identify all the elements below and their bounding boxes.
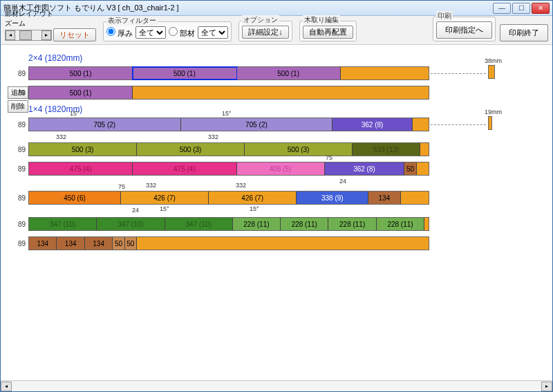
board[interactable]: 450 (6) 426 (7) 426 (7) 338 (9) 134 (28, 191, 429, 205)
horizontal-scrollbar[interactable]: ◂ ▸ (1, 380, 552, 391)
scroll-track[interactable] (12, 382, 541, 391)
segment[interactable]: 134 (29, 237, 57, 250)
board[interactable]: 705 (2) 705 (2) 362 (8) (28, 118, 429, 131)
segment[interactable]: 338 (9) (297, 192, 368, 204)
length-dim: 332 (208, 133, 218, 140)
segment-waste[interactable] (424, 218, 429, 230)
board-row: 89 705 (2) 705 (2) 362 (8) 15° 15° 332 3… (8, 117, 545, 132)
board[interactable]: 347 (10) 347 (10) 347 (10) 228 (11) 228 … (28, 217, 429, 231)
kidori-group-label: 木取り編集 (303, 15, 340, 25)
length-dim: 332 (236, 182, 246, 189)
board[interactable]: 500 (1) (28, 86, 429, 100)
option-group: オプション 詳細設定↓ (238, 21, 292, 41)
segment[interactable]: 347 (10) (29, 218, 97, 230)
detail-settings-button[interactable]: 詳細設定↓ (242, 26, 289, 39)
segment[interactable]: 228 (11) (377, 218, 424, 230)
member-radio[interactable]: 部材 (169, 27, 195, 39)
length-dim: 75 (326, 154, 332, 161)
zoom-left-arrow-icon[interactable]: ◂ (6, 30, 15, 40)
angle-dim: 15° (70, 110, 79, 117)
segment[interactable]: 705 (2) (29, 118, 181, 131)
layout-label: 部材レイアウト (5, 9, 96, 19)
scroll-left-arrow-icon[interactable]: ◂ (1, 382, 12, 391)
close-button[interactable]: ✕ (532, 3, 550, 14)
auto-rearrange-button[interactable]: 自動再配置 (303, 26, 353, 39)
segment[interactable]: 705 (2) (181, 118, 333, 131)
print-spec-button[interactable]: 印刷指定へ (436, 21, 492, 39)
segment[interactable]: 406 (5) (237, 162, 325, 175)
segment[interactable]: 347 (10) (165, 218, 233, 230)
segment[interactable]: 475 (4) (133, 162, 236, 175)
segment[interactable]: 500 (3) (245, 143, 353, 156)
segment-waste[interactable] (341, 67, 429, 80)
filter-group: 表示フィルター 厚み 全て 部材 全て (103, 21, 232, 41)
segment[interactable]: 500 (1) (237, 67, 341, 80)
reset-button[interactable]: リセット (53, 28, 96, 41)
segment[interactable]: 475 (4) (29, 162, 133, 175)
length-dim: 332 (146, 182, 156, 189)
segment[interactable]: 426 (7) (121, 192, 209, 204)
segment[interactable]: 362 (8) (325, 162, 405, 175)
thickness-radio[interactable]: 厚み (106, 27, 133, 39)
board-row: 89 134 134 134 50 50 (8, 236, 545, 251)
segment[interactable]: 533 (13) (353, 143, 420, 156)
segment[interactable]: 134 (368, 192, 400, 204)
segment[interactable]: 450 (6) (29, 192, 121, 204)
segment[interactable]: 50 (404, 162, 416, 175)
segment[interactable]: 500 (1) (29, 67, 133, 80)
length-dim: 75 (118, 183, 125, 190)
segment-waste[interactable] (133, 86, 429, 99)
row-width-label: 89 (8, 221, 28, 228)
segment-selected[interactable]: 500 (1) (133, 67, 236, 80)
section-title-2x4: 2×4 (1820mm) (28, 53, 545, 63)
main-canvas[interactable]: 追加 削除 2×4 (1820mm) 89 500 (1) 500 (1) 50… (1, 45, 552, 380)
board[interactable]: 500 (3) 500 (3) 500 (3) 533 (13) (28, 142, 429, 156)
scroll-right-arrow-icon[interactable]: ▸ (541, 382, 552, 391)
offcut[interactable] (488, 116, 492, 130)
board[interactable]: 134 134 134 50 50 (28, 236, 429, 250)
angle-dim: 15° (160, 205, 169, 212)
board-row: 89 500 (3) 500 (3) 500 (3) 533 (13) (8, 142, 545, 157)
board[interactable]: 475 (4) 475 (4) 406 (5) 362 (8) 50 (28, 162, 429, 176)
length-dim: 332 (56, 133, 66, 140)
segment-waste[interactable] (420, 143, 429, 156)
segment[interactable]: 50 (125, 237, 137, 250)
print-group-label: 印刷 (436, 11, 453, 21)
print-group: 印刷 印刷指定へ (433, 17, 496, 41)
segment[interactable]: 134 (57, 237, 84, 250)
zoom-right-arrow-icon[interactable]: ▸ (41, 30, 51, 40)
offcut[interactable] (488, 65, 495, 79)
segment[interactable]: 500 (1) (29, 86, 133, 99)
segment[interactable]: 228 (11) (328, 218, 376, 230)
segment-waste[interactable] (401, 192, 429, 204)
zoom-slider[interactable]: ◂ ▸ (5, 30, 52, 41)
zoom-thumb[interactable] (19, 30, 32, 40)
angle-dim: 15° (222, 110, 232, 117)
segment[interactable]: 426 (7) (209, 192, 297, 204)
segment[interactable]: 347 (10) (97, 218, 165, 230)
segment[interactable]: 500 (3) (29, 143, 137, 156)
section-title-1x4: 1×4 (1820mm) (28, 104, 545, 114)
minimize-button[interactable]: — (493, 3, 511, 14)
member-select[interactable]: 全て (198, 26, 228, 39)
segment-waste[interactable] (137, 237, 429, 250)
segment-waste[interactable] (417, 162, 429, 175)
maximize-button[interactable]: ☐ (512, 3, 530, 14)
segment-waste[interactable] (413, 118, 429, 131)
segment[interactable]: 228 (11) (233, 218, 281, 230)
board[interactable]: 500 (1) 500 (1) 500 (1) (28, 66, 429, 80)
app-window: 簡単木工作図ソフト もでりん V3 [ ch_03_chair1-2 ] — ☐… (0, 0, 553, 392)
segment[interactable]: 50 (113, 237, 124, 250)
delete-button[interactable]: 削除 (8, 100, 28, 113)
row-width-label: 89 (8, 121, 28, 129)
thickness-select[interactable]: 全て (135, 26, 166, 39)
segment[interactable]: 500 (3) (137, 143, 245, 156)
segment[interactable]: 362 (8) (332, 118, 413, 131)
length-dim: 24 (132, 207, 139, 214)
print-end-button[interactable]: 印刷終了 (500, 24, 548, 41)
board-row: 89 347 (10) 347 (10) 347 (10) 228 (11) 2… (8, 216, 545, 232)
offcut-dim: 38mm (485, 57, 502, 64)
kidori-group: 木取り編集 自動再配置 (299, 21, 357, 41)
segment[interactable]: 228 (11) (281, 218, 328, 230)
segment[interactable]: 134 (85, 237, 113, 250)
